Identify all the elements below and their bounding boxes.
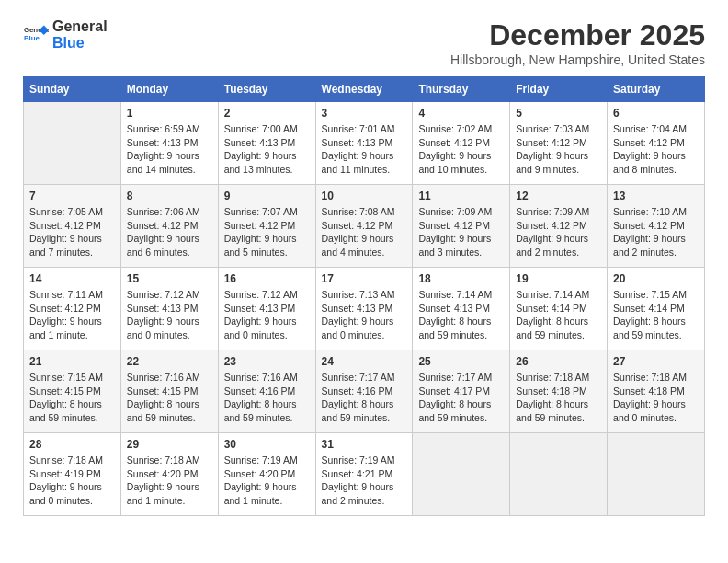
day-info: Sunrise: 7:18 AM Sunset: 4:19 PM Dayligh…: [29, 454, 115, 508]
day-cell: 27Sunrise: 7:18 AM Sunset: 4:18 PM Dayli…: [608, 350, 705, 433]
day-cell: [608, 433, 705, 516]
day-info: Sunrise: 7:11 AM Sunset: 4:12 PM Dayligh…: [29, 288, 115, 342]
day-number: 1: [127, 107, 212, 120]
day-info: Sunrise: 7:16 AM Sunset: 4:16 PM Dayligh…: [224, 371, 310, 425]
svg-text:Blue: Blue: [24, 34, 40, 42]
day-cell: 7Sunrise: 7:05 AM Sunset: 4:12 PM Daylig…: [24, 185, 121, 268]
day-cell: 19Sunrise: 7:14 AM Sunset: 4:14 PM Dayli…: [510, 268, 608, 350]
day-cell: 30Sunrise: 7:19 AM Sunset: 4:20 PM Dayli…: [218, 433, 315, 516]
day-number: 28: [29, 438, 115, 451]
day-cell: 26Sunrise: 7:18 AM Sunset: 4:18 PM Dayli…: [510, 350, 608, 433]
day-number: 21: [29, 355, 115, 368]
day-info: Sunrise: 7:19 AM Sunset: 4:21 PM Dayligh…: [322, 454, 407, 508]
calendar-table: SundayMondayTuesdayWednesdayThursdayFrid…: [23, 76, 705, 516]
week-row-2: 7Sunrise: 7:05 AM Sunset: 4:12 PM Daylig…: [24, 185, 705, 268]
weekday-header-sunday: Sunday: [24, 77, 121, 102]
weekday-header-friday: Friday: [510, 77, 608, 102]
day-number: 3: [322, 107, 407, 120]
day-number: 14: [29, 272, 115, 285]
title-block: December 2025 Hillsborough, New Hampshir…: [450, 18, 705, 67]
day-cell: 3Sunrise: 7:01 AM Sunset: 4:13 PM Daylig…: [315, 102, 413, 185]
day-info: Sunrise: 7:14 AM Sunset: 4:13 PM Dayligh…: [418, 288, 504, 342]
day-cell: 24Sunrise: 7:17 AM Sunset: 4:16 PM Dayli…: [315, 350, 413, 433]
day-cell: 14Sunrise: 7:11 AM Sunset: 4:12 PM Dayli…: [24, 268, 121, 350]
day-cell: 8Sunrise: 7:06 AM Sunset: 4:12 PM Daylig…: [120, 185, 218, 268]
day-info: Sunrise: 7:17 AM Sunset: 4:16 PM Dayligh…: [322, 371, 407, 425]
day-cell: 13Sunrise: 7:10 AM Sunset: 4:12 PM Dayli…: [608, 185, 705, 268]
day-cell: 12Sunrise: 7:09 AM Sunset: 4:12 PM Dayli…: [510, 185, 608, 268]
day-info: Sunrise: 6:59 AM Sunset: 4:13 PM Dayligh…: [127, 122, 212, 177]
day-number: 7: [29, 190, 115, 202]
day-number: 15: [127, 272, 212, 285]
logo-icon: General Blue: [23, 22, 49, 48]
week-row-3: 14Sunrise: 7:11 AM Sunset: 4:12 PM Dayli…: [24, 268, 705, 350]
day-cell: 25Sunrise: 7:17 AM Sunset: 4:17 PM Dayli…: [413, 350, 510, 433]
day-number: 30: [224, 438, 310, 451]
day-number: 19: [516, 272, 601, 285]
weekday-header-wednesday: Wednesday: [315, 77, 413, 102]
day-info: Sunrise: 7:03 AM Sunset: 4:12 PM Dayligh…: [516, 122, 601, 177]
day-info: Sunrise: 7:04 AM Sunset: 4:12 PM Dayligh…: [613, 122, 699, 177]
day-cell: 20Sunrise: 7:15 AM Sunset: 4:14 PM Dayli…: [608, 268, 705, 350]
weekday-header-saturday: Saturday: [608, 77, 705, 102]
day-cell: 15Sunrise: 7:12 AM Sunset: 4:13 PM Dayli…: [120, 268, 218, 350]
day-number: 6: [613, 107, 699, 120]
day-number: 23: [224, 355, 310, 368]
day-info: Sunrise: 7:01 AM Sunset: 4:13 PM Dayligh…: [322, 122, 407, 177]
day-cell: 11Sunrise: 7:09 AM Sunset: 4:12 PM Dayli…: [413, 185, 510, 268]
day-cell: 23Sunrise: 7:16 AM Sunset: 4:16 PM Dayli…: [218, 350, 315, 433]
day-cell: 2Sunrise: 7:00 AM Sunset: 4:13 PM Daylig…: [218, 102, 315, 185]
weekday-header-monday: Monday: [120, 77, 218, 102]
logo-text-blue: Blue: [52, 35, 108, 52]
day-number: 26: [516, 355, 601, 368]
day-number: 31: [322, 438, 407, 451]
day-cell: 1Sunrise: 6:59 AM Sunset: 4:13 PM Daylig…: [120, 102, 218, 185]
day-info: Sunrise: 7:12 AM Sunset: 4:13 PM Dayligh…: [127, 288, 212, 342]
day-cell: 28Sunrise: 7:18 AM Sunset: 4:19 PM Dayli…: [24, 433, 121, 516]
day-info: Sunrise: 7:08 AM Sunset: 4:12 PM Dayligh…: [322, 205, 407, 259]
location-subtitle: Hillsborough, New Hampshire, United Stat…: [450, 52, 705, 67]
day-number: 4: [418, 107, 504, 120]
day-number: 25: [418, 355, 504, 368]
week-row-5: 28Sunrise: 7:18 AM Sunset: 4:19 PM Dayli…: [24, 433, 705, 516]
week-row-1: 1Sunrise: 6:59 AM Sunset: 4:13 PM Daylig…: [24, 102, 705, 185]
day-number: 8: [127, 190, 212, 202]
day-cell: [413, 433, 510, 516]
day-number: 24: [322, 355, 407, 368]
day-info: Sunrise: 7:12 AM Sunset: 4:13 PM Dayligh…: [224, 288, 310, 342]
day-info: Sunrise: 7:09 AM Sunset: 4:12 PM Dayligh…: [418, 205, 504, 259]
weekday-header-thursday: Thursday: [413, 77, 510, 102]
day-info: Sunrise: 7:16 AM Sunset: 4:15 PM Dayligh…: [127, 371, 212, 425]
day-cell: 29Sunrise: 7:18 AM Sunset: 4:20 PM Dayli…: [120, 433, 218, 516]
weekday-header-tuesday: Tuesday: [218, 77, 315, 102]
day-cell: 5Sunrise: 7:03 AM Sunset: 4:12 PM Daylig…: [510, 102, 608, 185]
day-info: Sunrise: 7:06 AM Sunset: 4:12 PM Dayligh…: [127, 205, 212, 259]
day-info: Sunrise: 7:18 AM Sunset: 4:18 PM Dayligh…: [516, 371, 601, 425]
logo: General Blue General Blue: [23, 18, 108, 51]
day-number: 11: [418, 190, 504, 202]
day-info: Sunrise: 7:14 AM Sunset: 4:14 PM Dayligh…: [516, 288, 601, 342]
day-number: 29: [127, 438, 212, 451]
day-info: Sunrise: 7:10 AM Sunset: 4:12 PM Dayligh…: [613, 205, 699, 259]
day-info: Sunrise: 7:18 AM Sunset: 4:18 PM Dayligh…: [613, 371, 699, 425]
day-number: 9: [224, 190, 310, 202]
day-cell: 9Sunrise: 7:07 AM Sunset: 4:12 PM Daylig…: [218, 185, 315, 268]
day-number: 10: [322, 190, 407, 202]
day-info: Sunrise: 7:02 AM Sunset: 4:12 PM Dayligh…: [418, 122, 504, 177]
page-header: General Blue General Blue December 2025 …: [23, 18, 705, 67]
week-row-4: 21Sunrise: 7:15 AM Sunset: 4:15 PM Dayli…: [24, 350, 705, 433]
day-number: 17: [322, 272, 407, 285]
day-number: 16: [224, 272, 310, 285]
day-number: 22: [127, 355, 212, 368]
day-info: Sunrise: 7:07 AM Sunset: 4:12 PM Dayligh…: [224, 205, 310, 259]
day-number: 2: [224, 107, 310, 120]
day-cell: 4Sunrise: 7:02 AM Sunset: 4:12 PM Daylig…: [413, 102, 510, 185]
day-info: Sunrise: 7:09 AM Sunset: 4:12 PM Dayligh…: [516, 205, 601, 259]
day-number: 12: [516, 190, 601, 202]
weekday-header-row: SundayMondayTuesdayWednesdayThursdayFrid…: [24, 77, 705, 102]
day-cell: [510, 433, 608, 516]
day-info: Sunrise: 7:18 AM Sunset: 4:20 PM Dayligh…: [127, 454, 212, 508]
day-cell: 18Sunrise: 7:14 AM Sunset: 4:13 PM Dayli…: [413, 268, 510, 350]
day-number: 20: [613, 272, 699, 285]
day-info: Sunrise: 7:00 AM Sunset: 4:13 PM Dayligh…: [224, 122, 310, 177]
